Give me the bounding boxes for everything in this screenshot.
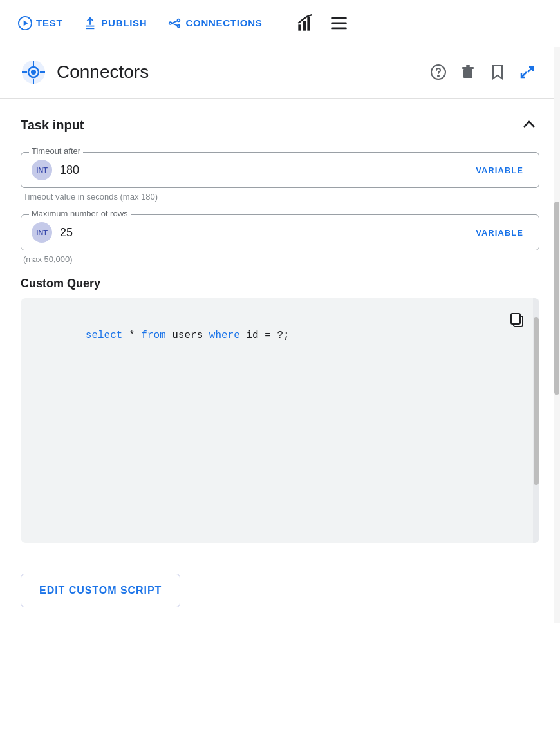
analytics-icon (297, 14, 315, 32)
expand-icon (519, 64, 536, 80)
svg-rect-31 (511, 314, 520, 324)
test-button[interactable]: TEST (10, 11, 70, 35)
chevron-up-icon (521, 117, 537, 132)
max-rows-value[interactable]: 25 (60, 226, 471, 240)
timeout-type-badge: INT (32, 160, 52, 180)
code-users: users (166, 330, 209, 341)
timeout-variable-button[interactable]: VARIABLE (471, 163, 528, 178)
svg-rect-27 (466, 65, 470, 67)
delete-button[interactable] (456, 60, 480, 84)
code-line-1: select * from users where id = ?; (36, 311, 524, 361)
code-block[interactable]: select * from users where id = ?; (21, 298, 539, 543)
edit-custom-script-button[interactable]: EDIT CUSTOM SCRIPT (21, 574, 180, 607)
svg-rect-13 (331, 17, 346, 19)
timeout-field-inner: INT 180 VARIABLE (21, 153, 539, 187)
main-content: Task input Timeout after INT 180 VARIABL… (0, 99, 560, 558)
menu-icon (330, 14, 348, 32)
timeout-label: Timeout after (29, 146, 83, 156)
analytics-button[interactable] (292, 9, 320, 37)
max-rows-field-wrapper: Maximum number of rows INT 25 VARIABLE (21, 214, 539, 250)
svg-point-6 (178, 19, 180, 21)
connections-button[interactable]: CONNECTIONS (160, 11, 270, 35)
code-condition: id = ?; (240, 330, 290, 341)
connectors-header-icon (21, 59, 46, 85)
svg-line-9 (172, 23, 178, 26)
max-rows-variable-button[interactable]: VARIABLE (471, 225, 528, 240)
help-icon (430, 64, 447, 80)
header-actions (426, 60, 539, 84)
copy-icon (509, 311, 527, 329)
page-scrollbar-thumb (554, 202, 559, 395)
max-rows-hint: (max 50,000) (21, 254, 539, 264)
bottom-actions: EDIT CUSTOM SCRIPT (0, 558, 560, 623)
svg-rect-10 (298, 24, 301, 30)
svg-point-7 (178, 24, 180, 27)
svg-point-5 (169, 22, 172, 24)
header-left: Connectors (21, 59, 426, 85)
keyword-select: select (86, 330, 123, 341)
connections-icon (167, 16, 182, 30)
task-input-header: Task input (21, 114, 539, 137)
svg-point-18 (31, 70, 36, 75)
play-icon (18, 16, 32, 30)
max-rows-label: Maximum number of rows (29, 209, 131, 218)
max-rows-type-badge: INT (32, 222, 52, 243)
svg-rect-11 (303, 21, 306, 30)
scrollbar-thumb (534, 317, 539, 485)
copy-button[interactable] (506, 308, 529, 334)
code-star: * (122, 330, 141, 341)
svg-rect-15 (331, 27, 346, 29)
max-rows-field-inner: INT 25 VARIABLE (21, 215, 539, 250)
keyword-where: where (209, 330, 240, 341)
timeout-field-wrapper: Timeout after INT 180 VARIABLE (21, 152, 539, 188)
publish-icon (83, 16, 97, 30)
publish-button[interactable]: PUBLISH (75, 11, 154, 35)
max-rows-field-group: Maximum number of rows INT 25 VARIABLE (… (21, 214, 539, 264)
timeout-hint: Timeout value in seconds (max 180) (21, 192, 539, 202)
svg-marker-1 (24, 20, 28, 26)
svg-rect-25 (463, 69, 472, 78)
page-scrollbar[interactable] (554, 47, 560, 623)
top-nav: TEST PUBLISH CONNECTIONS (0, 0, 560, 46)
svg-point-24 (438, 75, 439, 77)
timeout-value[interactable]: 180 (60, 164, 471, 177)
page-header: Connectors (0, 46, 560, 99)
collapse-button[interactable] (519, 114, 539, 137)
section-title: Task input (21, 118, 84, 133)
svg-rect-14 (331, 22, 346, 24)
help-button[interactable] (426, 60, 451, 84)
timeout-field-group: Timeout after INT 180 VARIABLE Timeout v… (21, 152, 539, 202)
nav-divider (281, 10, 281, 36)
expand-button[interactable] (515, 60, 539, 84)
trash-icon (460, 64, 476, 80)
keyword-from: from (141, 330, 165, 341)
svg-line-8 (172, 21, 178, 23)
svg-rect-12 (307, 17, 310, 30)
custom-query-title: Custom Query (21, 277, 539, 290)
svg-rect-26 (462, 67, 474, 69)
scrollbar-track[interactable] (533, 298, 539, 543)
bookmark-button[interactable] (485, 60, 510, 84)
menu-button[interactable] (325, 9, 353, 37)
page-title: Connectors (57, 62, 149, 82)
bookmark-icon (489, 64, 506, 80)
